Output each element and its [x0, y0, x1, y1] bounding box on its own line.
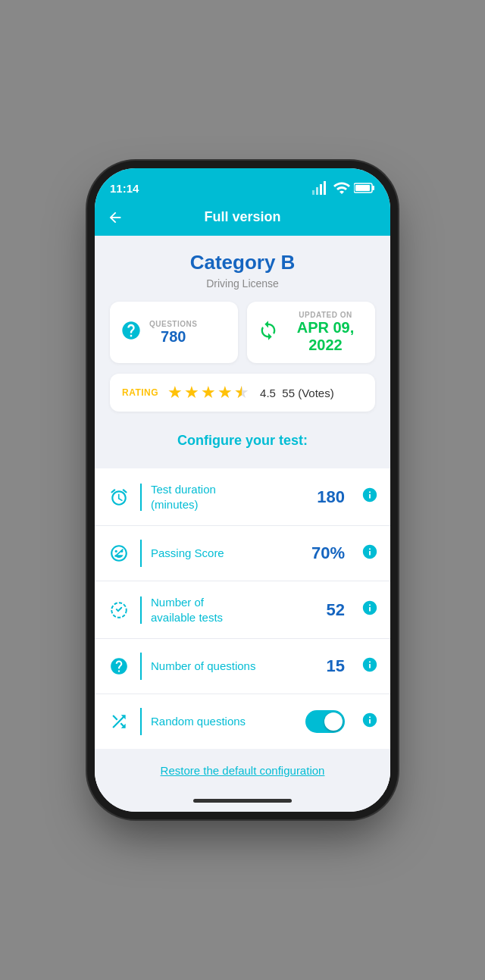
config-row-available-tests: Number ofavailable tests 52 — [95, 581, 390, 639]
random-questions-label: Random questions — [151, 714, 296, 729]
wifi-icon — [333, 179, 351, 197]
restore-section: Restore the default configuration — [95, 749, 390, 793]
random-questions-icon — [107, 712, 131, 731]
available-tests-icon — [107, 600, 131, 620]
questions-card: QUESTIONS 780 — [110, 302, 238, 363]
config-row-num-questions: Number of questions 15 — [95, 639, 390, 694]
random-questions-info[interactable] — [361, 712, 378, 732]
test-duration-icon — [107, 487, 131, 507]
hero-section: Category B Driving License QUESTIONS 780 — [95, 236, 390, 468]
config-row-test-duration: Test duration(minutes) 180 — [95, 468, 390, 526]
questions-value: 780 — [149, 328, 197, 346]
header-title: Full version — [204, 209, 280, 225]
config-row-passing-score: Passing Score 70% — [95, 526, 390, 581]
questions-label: QUESTIONS — [149, 320, 197, 328]
info-cards: QUESTIONS 780 UPDATED ON APR 09, 2022 — [110, 302, 375, 363]
test-duration-label: Test duration(minutes) — [151, 482, 308, 512]
phone-frame: 11:14 — [95, 168, 390, 812]
num-questions-label: Number of questions — [151, 659, 318, 674]
category-subtitle: Driving License — [110, 277, 375, 290]
back-icon — [107, 209, 124, 226]
svg-rect-3 — [324, 181, 326, 195]
rating-card: RATING ★ ★ ★ ★ ★ ★ 4.5 55 (Votes) — [110, 374, 375, 412]
category-title: Category B — [110, 251, 375, 274]
updated-value: APR 09, 2022 — [286, 319, 365, 354]
star-3: ★ — [201, 383, 216, 402]
rating-label: RATING — [122, 387, 158, 398]
svg-rect-5 — [372, 186, 374, 190]
random-questions-divider — [140, 708, 142, 735]
test-duration-value: 180 — [317, 487, 345, 507]
back-button[interactable] — [107, 209, 124, 226]
questions-icon — [120, 320, 142, 346]
passing-score-value: 70% — [311, 543, 345, 563]
num-questions-icon — [107, 656, 131, 676]
svg-rect-6 — [355, 185, 370, 191]
passing-score-icon — [107, 543, 131, 563]
star-1: ★ — [167, 383, 183, 402]
svg-rect-0 — [312, 190, 314, 195]
star-4: ★ — [217, 383, 233, 402]
battery-icon — [354, 182, 375, 194]
status-icons — [311, 179, 375, 197]
updated-label: UPDATED ON — [286, 311, 365, 319]
app-header: Full version — [95, 202, 390, 236]
config-list: Test duration(minutes) 180 Passing — [95, 468, 390, 749]
passing-score-divider — [140, 540, 142, 567]
random-questions-toggle[interactable] — [305, 710, 345, 733]
content-area: Category B Driving License QUESTIONS 780 — [95, 236, 390, 793]
configure-title: Configure your test: — [110, 425, 375, 461]
config-row-random-questions: Random questions — [95, 694, 390, 749]
updated-icon — [258, 320, 279, 346]
passing-score-info[interactable] — [361, 543, 378, 564]
num-questions-value: 15 — [327, 656, 345, 676]
updated-card: UPDATED ON APR 09, 2022 — [247, 302, 375, 363]
passing-score-label: Passing Score — [151, 546, 302, 561]
test-duration-info[interactable] — [361, 487, 378, 507]
star-5-half: ★ ★ — [234, 383, 249, 402]
home-bar — [193, 799, 292, 803]
num-questions-divider — [140, 653, 142, 680]
stars-container: ★ ★ ★ ★ ★ ★ — [167, 383, 249, 402]
status-bar: 11:14 — [95, 168, 390, 202]
rating-score: 4.5 55 (Votes) — [260, 387, 334, 399]
available-tests-value: 52 — [327, 600, 345, 620]
svg-rect-1 — [316, 187, 318, 195]
status-time: 11:14 — [110, 182, 139, 195]
toggle-thumb — [324, 712, 343, 731]
available-tests-divider — [140, 596, 142, 624]
restore-link[interactable]: Restore the default configuration — [161, 764, 325, 777]
available-tests-label: Number ofavailable tests — [151, 595, 318, 625]
available-tests-info[interactable] — [361, 600, 378, 620]
star-2: ★ — [184, 383, 199, 402]
test-duration-divider — [140, 484, 142, 511]
num-questions-info[interactable] — [361, 656, 378, 677]
signal-icon — [311, 179, 330, 197]
home-indicator — [95, 793, 390, 812]
svg-rect-2 — [320, 184, 322, 195]
